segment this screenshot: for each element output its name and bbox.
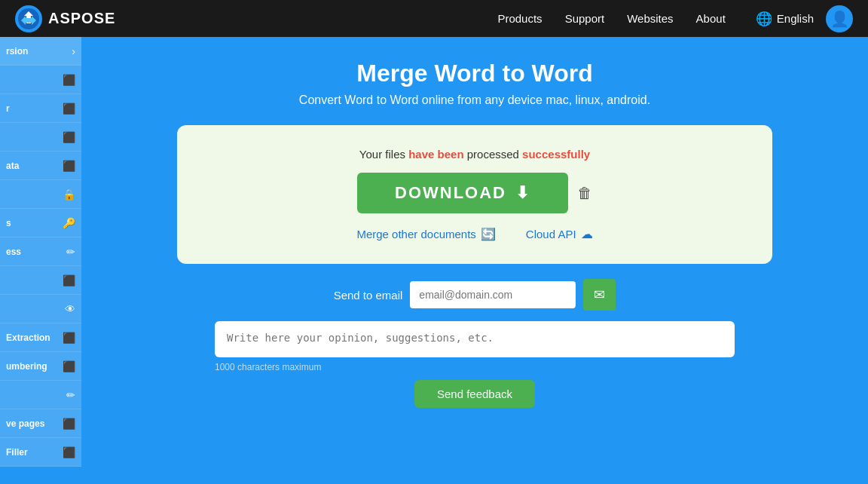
sidebar-icon-numbering: ⬛: [63, 360, 75, 372]
result-card: Your files have been processed successfu…: [177, 125, 772, 264]
sidebar-icon-version: ›: [72, 45, 75, 57]
sidebar-label-convert: r: [6, 103, 10, 114]
sidebar-item-data[interactable]: ata ⬛: [0, 152, 81, 180]
sidebar-icon-lock2: 🔑: [63, 217, 75, 229]
email-row: Send to email ✉: [334, 279, 616, 311]
nav-products[interactable]: Products: [497, 12, 542, 25]
email-send-button[interactable]: ✉: [583, 279, 616, 311]
sidebar-label-filler: Filler: [6, 447, 28, 458]
logo-area: ASPOSE: [15, 5, 115, 32]
sidebar-label-version: rsion: [6, 46, 28, 57]
feedback-textarea[interactable]: [215, 321, 735, 357]
page-title: Merge Word to Word: [356, 60, 592, 87]
sidebar-icon-format: ⬛: [63, 131, 75, 143]
sidebar-item-view[interactable]: ⬛: [0, 266, 81, 295]
page-subtitle: Convert Word to Word online from any dev…: [299, 93, 650, 107]
sidebar-label-pages: ve pages: [6, 418, 44, 429]
sidebar-icon-filler: ⬛: [63, 446, 75, 458]
sidebar-label-extraction: Extraction: [6, 332, 50, 343]
email-label: Send to email: [334, 289, 403, 302]
cloud-api-link[interactable]: Cloud API ☁: [526, 227, 593, 241]
sidebar-item-lock2[interactable]: s 🔑: [0, 209, 81, 237]
download-button[interactable]: DOWNLOAD ⬇: [357, 173, 568, 213]
download-label: DOWNLOAD: [395, 183, 506, 203]
merge-other-label: Merge other documents: [356, 228, 475, 240]
refresh-icon: 🔄: [481, 227, 496, 241]
send-feedback-button[interactable]: Send feedback: [414, 380, 535, 408]
download-icon: ⬇: [515, 183, 530, 203]
sidebar-label-data: ata: [6, 161, 19, 171]
cloud-icon: ☁: [581, 227, 593, 241]
nav-websites[interactable]: Websites: [627, 12, 673, 25]
user-avatar[interactable]: 👤: [826, 5, 853, 32]
trash-icon: 🗑: [577, 185, 592, 201]
sidebar-item-lock1[interactable]: 🔒: [0, 180, 81, 209]
language-label: English: [777, 12, 814, 25]
sidebar-item-version[interactable]: rsion ›: [0, 37, 81, 66]
sidebar-item-filler[interactable]: Filler ⬛: [0, 438, 81, 467]
sidebar-item-pages[interactable]: ve pages ⬛: [0, 409, 81, 438]
sidebar-item-extraction[interactable]: Extraction ⬛: [0, 323, 81, 352]
sidebar-icon-lock1: 🔒: [63, 188, 75, 201]
main-nav: Products Support Websites About: [497, 12, 725, 25]
globe-icon: 🌐: [756, 11, 772, 27]
sidebar-icon-sign: ✏: [66, 389, 75, 401]
language-selector[interactable]: 🌐 English: [756, 11, 814, 27]
success-highlight2: successfully: [522, 148, 590, 161]
success-message: Your files have been processed successfu…: [359, 148, 590, 161]
sidebar-item-format[interactable]: ⬛: [0, 123, 81, 152]
sidebar-item-edit[interactable]: ess ✏: [0, 237, 81, 266]
card-links: Merge other documents 🔄 Cloud API ☁: [356, 227, 592, 241]
sidebar-icon-upload: ⬛: [63, 74, 75, 86]
merge-other-link[interactable]: Merge other documents 🔄: [356, 227, 495, 241]
sidebar-label-edit: ess: [6, 247, 21, 257]
sidebar-item-numbering[interactable]: umbering ⬛: [0, 352, 81, 381]
nav-support[interactable]: Support: [565, 12, 605, 25]
sidebar-icon-pages: ⬛: [63, 418, 75, 430]
header: ASPOSE Products Support Websites About 🌐…: [0, 0, 868, 37]
feedback-hint: 1000 characters maximum: [215, 362, 321, 372]
sidebar-icon-preview: 👁: [65, 303, 75, 315]
sidebar-label-numbering: umbering: [6, 361, 47, 372]
delete-button[interactable]: 🗑: [577, 185, 592, 202]
sidebar-icon-convert: ⬛: [63, 103, 75, 115]
sidebar-icon-data: ⬛: [63, 160, 75, 172]
sidebar-item-sign[interactable]: ✏: [0, 381, 81, 409]
aspose-logo-icon: [15, 5, 42, 32]
sidebar-icon-edit: ✏: [66, 246, 75, 258]
success-highlight1: have been: [408, 148, 463, 161]
download-row: DOWNLOAD ⬇ 🗑: [357, 173, 592, 213]
nav-about[interactable]: About: [696, 12, 726, 25]
sidebar-icon-view: ⬛: [63, 274, 75, 286]
main-content: Merge Word to Word Convert Word to Word …: [81, 37, 868, 423]
sidebar-item-convert[interactable]: r ⬛: [0, 94, 81, 123]
user-icon: 👤: [830, 10, 849, 28]
logo-text: ASPOSE: [48, 10, 115, 27]
sidebar-label-lock2: s: [6, 218, 11, 228]
sidebar-item-upload[interactable]: ⬛: [0, 66, 81, 94]
email-input[interactable]: [410, 281, 576, 308]
feedback-area: 1000 characters maximum Send feedback: [215, 321, 735, 408]
sidebar: rsion › ⬛ r ⬛ ⬛ ata ⬛ 🔒 s 🔑 ess ✏ ⬛ 👁 Ex…: [0, 37, 81, 467]
sidebar-icon-extraction: ⬛: [63, 332, 75, 344]
sidebar-item-preview[interactable]: 👁: [0, 295, 81, 323]
cloud-api-label: Cloud API: [526, 228, 576, 240]
send-email-icon: ✉: [594, 287, 605, 302]
